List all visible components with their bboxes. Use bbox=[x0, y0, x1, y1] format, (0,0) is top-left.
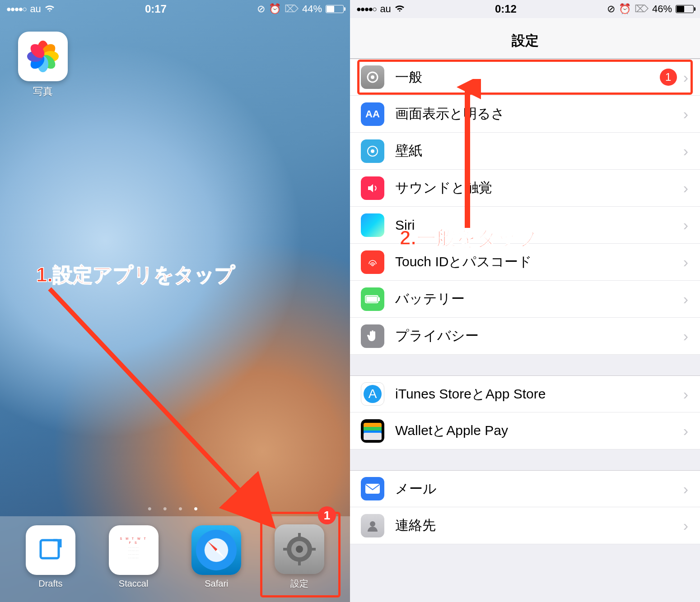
svg-line-8 bbox=[50, 289, 266, 519]
signal-dots: ●●●●○ bbox=[6, 5, 26, 14]
battery-pct: 44% bbox=[302, 3, 322, 15]
annotation-arrow bbox=[45, 284, 280, 537]
row-label: サウンドと触覚 bbox=[395, 179, 683, 197]
dock-label: Safari bbox=[191, 579, 241, 589]
wifi-icon bbox=[45, 5, 55, 13]
annotation-badge-1: 1 bbox=[318, 506, 336, 524]
wifi-icon bbox=[395, 5, 405, 13]
dock-label: Drafts bbox=[26, 579, 75, 589]
row-itunes[interactable]: A iTunes StoreとApp Store › bbox=[350, 375, 700, 412]
text-size-icon: AA bbox=[361, 102, 384, 126]
carrier-label: au bbox=[380, 3, 391, 15]
siri-icon bbox=[361, 213, 384, 237]
mail-icon bbox=[361, 477, 384, 500]
app-photos[interactable]: 写真 bbox=[18, 32, 68, 98]
signal-dots: ●●●●○ bbox=[356, 5, 376, 14]
sound-icon bbox=[361, 176, 384, 200]
appstore-icon: A bbox=[361, 382, 384, 406]
svg-rect-16 bbox=[378, 297, 380, 301]
settings-group-2: A iTunes StoreとApp Store › WalletとApple … bbox=[350, 375, 700, 449]
row-label: 壁紙 bbox=[395, 142, 683, 160]
row-wallpaper[interactable]: 壁紙 › bbox=[350, 133, 700, 170]
svg-rect-17 bbox=[365, 484, 380, 494]
row-label: バッテリー bbox=[395, 290, 683, 308]
row-wallet[interactable]: WalletとApple Pay › bbox=[350, 412, 700, 449]
dock-label: Staccal bbox=[109, 579, 159, 589]
bluetooth-icon: ⌦ bbox=[285, 3, 299, 15]
chevron-right-icon: › bbox=[683, 327, 688, 345]
svg-point-18 bbox=[370, 521, 375, 527]
status-bar: ●●●●○ au 0:17 ⊘ ⏰ ⌦ 44% bbox=[0, 0, 350, 18]
chevron-right-icon: › bbox=[683, 290, 688, 308]
contacts-icon bbox=[361, 514, 384, 537]
settings-group-3: メール › 連絡先 › bbox=[350, 470, 700, 544]
chevron-right-icon: › bbox=[683, 179, 688, 197]
row-label: 画面表示と明るさ bbox=[395, 105, 683, 123]
alarm-icon: ⏰ bbox=[269, 3, 281, 15]
battery-icon bbox=[326, 5, 344, 13]
fingerprint-icon bbox=[361, 250, 384, 274]
svg-rect-15 bbox=[366, 296, 377, 302]
app-label: 写真 bbox=[18, 85, 68, 98]
home-screen: ●●●●○ au 0:17 ⊘ ⏰ ⌦ 44% bbox=[0, 0, 350, 602]
annotation-arrow-2 bbox=[454, 79, 481, 232]
chevron-right-icon: › bbox=[683, 385, 688, 403]
row-display[interactable]: AA 画面表示と明るさ › bbox=[350, 96, 700, 133]
settings-screen: ●●●●○ au 0:12 ⊘ ⏰ ⌦ 46% 設定 一般 1 › AA bbox=[350, 0, 700, 602]
clock: 0:17 bbox=[145, 3, 167, 15]
battery-icon bbox=[676, 5, 694, 13]
row-label: メール bbox=[395, 480, 683, 498]
wallpaper-icon bbox=[361, 139, 384, 163]
bluetooth-icon: ⌦ bbox=[635, 3, 649, 15]
wallet-icon bbox=[361, 419, 384, 443]
row-label: WalletとApple Pay bbox=[395, 421, 683, 440]
row-mail[interactable]: メール › bbox=[350, 470, 700, 507]
annotation-step2: 2.一般をタップ bbox=[400, 225, 537, 251]
battery-icon bbox=[361, 287, 384, 311]
nav-bar: 設定 bbox=[350, 18, 700, 59]
battery-pct: 46% bbox=[652, 3, 672, 15]
status-bar: ●●●●○ au 0:12 ⊘ ⏰ ⌦ 46% bbox=[350, 0, 700, 18]
chevron-right-icon: › bbox=[683, 216, 688, 234]
chevron-right-icon: › bbox=[683, 142, 688, 160]
clock: 0:12 bbox=[495, 3, 517, 15]
carrier-label: au bbox=[30, 3, 41, 15]
chevron-right-icon: › bbox=[683, 253, 688, 271]
svg-rect-0 bbox=[41, 540, 59, 558]
nav-title: 設定 bbox=[512, 32, 539, 50]
photos-icon bbox=[18, 32, 68, 81]
chevron-right-icon: › bbox=[683, 517, 688, 534]
rotation-lock-icon: ⊘ bbox=[257, 3, 265, 15]
svg-point-12 bbox=[371, 149, 374, 153]
row-contacts[interactable]: 連絡先 › bbox=[350, 507, 700, 544]
row-label: iTunes StoreとApp Store bbox=[395, 385, 683, 403]
row-label: Touch IDとパスコード bbox=[395, 253, 683, 271]
row-battery[interactable]: バッテリー › bbox=[350, 281, 700, 318]
row-label: 連絡先 bbox=[395, 516, 683, 535]
chevron-right-icon: › bbox=[683, 105, 688, 123]
row-sounds[interactable]: サウンドと触覚 › bbox=[350, 170, 700, 207]
alarm-icon: ⏰ bbox=[619, 3, 631, 15]
hand-icon bbox=[361, 324, 384, 348]
row-privacy[interactable]: プライバシー › bbox=[350, 318, 700, 355]
svg-point-13 bbox=[372, 264, 373, 266]
highlight-settings-app bbox=[260, 512, 341, 597]
chevron-right-icon: › bbox=[683, 422, 688, 440]
rotation-lock-icon: ⊘ bbox=[607, 3, 615, 15]
chevron-right-icon: › bbox=[683, 480, 688, 498]
settings-group-1: 一般 1 › AA 画面表示と明るさ › 壁紙 › サウンドと触覚 › Siri bbox=[350, 59, 700, 355]
row-label: プライバシー bbox=[395, 327, 683, 345]
highlight-general-row bbox=[357, 60, 693, 95]
